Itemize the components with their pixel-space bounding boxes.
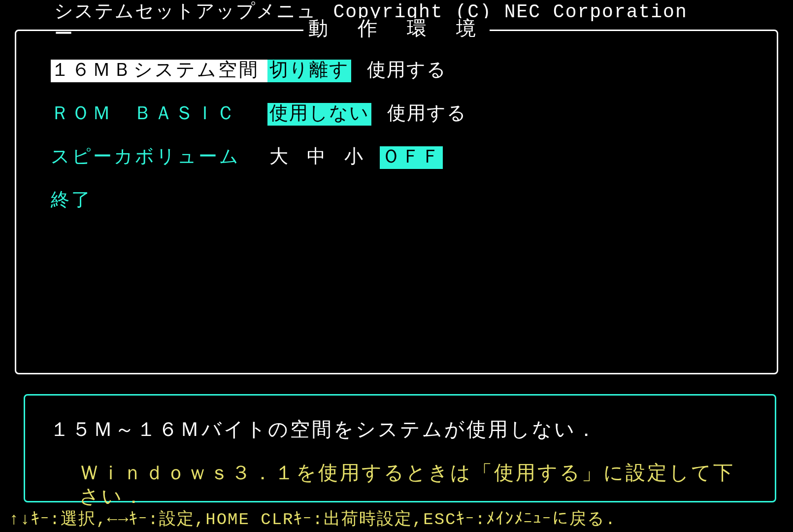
setting-row[interactable]: ＲＯＭ ＢＡＳＩＣ使用しない使用する bbox=[51, 102, 757, 127]
setting-option[interactable]: 中 bbox=[305, 146, 329, 169]
settings-panel: 動 作 環 境 １６ＭＢシステム空間切り離す使用するＲＯＭ ＢＡＳＩＣ使用しない… bbox=[15, 30, 778, 374]
setting-option[interactable]: 使用する bbox=[365, 60, 449, 82]
panel-title: 動 作 環 境 bbox=[303, 18, 490, 42]
setting-label[interactable]: ＲＯＭ ＢＡＳＩＣ bbox=[51, 103, 267, 126]
setting-row[interactable]: １６ＭＢシステム空間切り離す使用する bbox=[51, 59, 757, 83]
setting-row[interactable]: スピーカボリューム大中小ＯＦＦ bbox=[51, 145, 757, 170]
setting-label[interactable]: １６ＭＢシステム空間 bbox=[51, 60, 267, 82]
key-help-footer: ↑↓ｷｰ:選択,←→ｷｰ:設定,HOME CLRｷｰ:出荷時設定,ESCｷｰ:ﾒ… bbox=[9, 510, 616, 530]
setting-option[interactable]: 使用する bbox=[385, 103, 469, 126]
setting-options: 大中小ＯＦＦ bbox=[267, 146, 443, 169]
setting-options: 使用しない使用する bbox=[267, 103, 469, 126]
setting-label[interactable]: 終了 bbox=[51, 190, 267, 212]
setting-options: 切り離す使用する bbox=[267, 60, 449, 82]
setting-option[interactable]: 小 bbox=[342, 146, 366, 169]
bios-setup-screen: システムセットアップメニュー Copyright (C) NEC Corpora… bbox=[0, 0, 793, 532]
setting-option[interactable]: 大 bbox=[267, 146, 291, 169]
help-text-1: １５Ｍ～１６Ｍバイトの空間をシステムが使用しない． bbox=[50, 419, 750, 443]
help-text-2: Ｗｉｎｄｏｗｓ３．１を使用するときは「使用する」に設定して下さい． bbox=[79, 463, 750, 510]
setting-option[interactable]: 切り離す bbox=[267, 60, 351, 82]
setting-row[interactable]: 終了 bbox=[51, 189, 757, 213]
help-panel: １５Ｍ～１６Ｍバイトの空間をシステムが使用しない． Ｗｉｎｄｏｗｓ３．１を使用す… bbox=[24, 394, 776, 502]
setting-option[interactable]: ＯＦＦ bbox=[380, 146, 443, 169]
setting-option[interactable]: 使用しない bbox=[267, 103, 371, 126]
setting-label[interactable]: スピーカボリューム bbox=[51, 146, 267, 169]
